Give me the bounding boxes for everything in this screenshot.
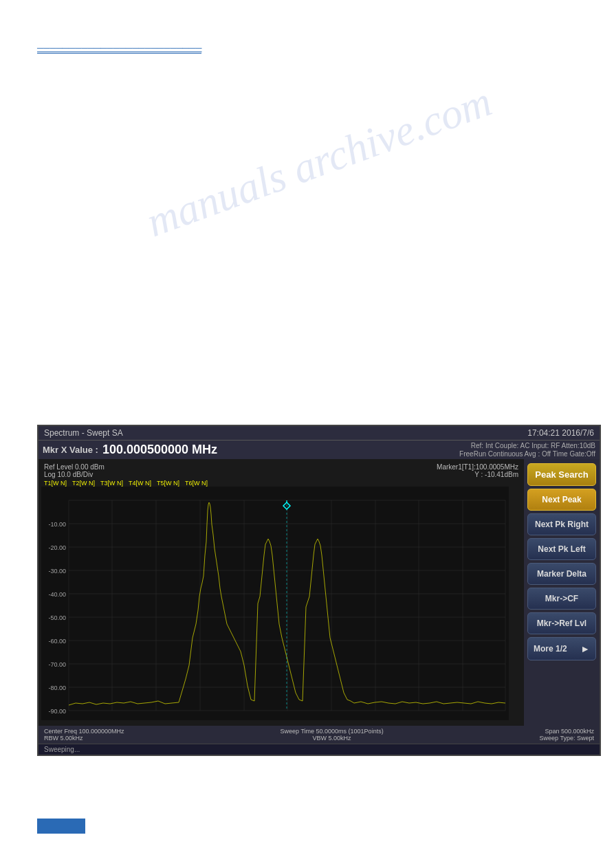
bottom-left-group: Center Freq 100.000000MHz RBW 5.00kHz — [44, 728, 124, 742]
params-top: Ref: Int Couple: AC Input: RF Atten:10dB — [471, 442, 595, 449]
ref-level: Ref Level 0.00 dBm — [44, 463, 105, 471]
log-scale: Log 10.0 dB/Div — [44, 471, 105, 478]
svg-text:-80.00: -80.00 — [48, 685, 66, 691]
trace-t3: T3[W N] — [100, 480, 123, 487]
status-bar: Sweeping... — [39, 744, 600, 755]
chart-info-top: Ref Level 0.00 dBm Log 10.0 dB/Div Marke… — [39, 462, 524, 480]
header-row: Mkr X Value : 100.000500000 MHz Ref: Int… — [39, 440, 600, 459]
next-pk-right-button[interactable]: Next Pk Right — [527, 513, 596, 535]
svg-text:-20.00: -20.00 — [48, 544, 66, 551]
params-bottom: FreeRun Continuous Avg : Off Time Gate:O… — [459, 450, 595, 458]
svg-text:-10.00: -10.00 — [48, 521, 66, 528]
chart-area: Ref Level 0.00 dBm Log 10.0 dB/Div Marke… — [39, 459, 524, 726]
marker-readout: Marker1[T1]:100.0005MHz Y : -10.41dBm — [437, 463, 518, 478]
blue-box — [37, 819, 85, 834]
more-label: More 1/2 — [534, 644, 567, 654]
trace-t2: T2[W N] — [72, 480, 95, 487]
instrument-title: Spectrum - Swept SA — [44, 428, 123, 438]
marker-label: Mkr X Value : — [43, 445, 98, 455]
bottom-center-group: Sweep Time 50.0000ms (1001Points) VBW 5.… — [281, 728, 384, 742]
page-link[interactable]: ────────────────────────── — [37, 43, 201, 54]
sidebar: Peak Search Next Peak Next Pk Right Next… — [524, 459, 600, 726]
svg-text:-40.00: -40.00 — [48, 591, 66, 598]
svg-text:-50.00: -50.00 — [48, 614, 66, 621]
next-pk-left-button[interactable]: Next Pk Left — [527, 538, 596, 560]
bottom-span: Span 500.000kHz — [540, 728, 594, 735]
bottom-rbw: RBW 5.00kHz — [44, 735, 124, 742]
marker-value: 100.000500000 MHz — [102, 443, 459, 457]
title-bar: Spectrum - Swept SA 17:04:21 2016/7/6 — [39, 426, 600, 440]
mkr-cf-button[interactable]: Mkr->CF — [527, 588, 596, 610]
bottom-right-group: Span 500.000kHz Sweep Type: Swept — [540, 728, 594, 742]
trace-t5: T5[W N] — [157, 480, 179, 487]
next-peak-button[interactable]: Next Peak — [527, 489, 596, 511]
marker-info: Marker1[T1]:100.0005MHz — [437, 463, 518, 471]
chart-left-info: Ref Level 0.00 dBm Log 10.0 dB/Div — [44, 463, 105, 478]
svg-text:-90.00: -90.00 — [48, 708, 66, 715]
watermark: manuals archive.com — [140, 77, 498, 247]
spectrum-chart: -10.00 -20.00 -30.00 -40.00 -50.00 -60.0… — [41, 487, 509, 720]
header-params: Ref: Int Couple: AC Input: RF Atten:10dB… — [459, 442, 595, 458]
more-button[interactable]: More 1/2 ► — [527, 637, 596, 660]
bottom-sweep-type: Sweep Type: Swept — [540, 735, 594, 742]
trace-labels: T1[W N] T2[W N] T3[W N] T4[W N] T5[W N] … — [39, 480, 524, 487]
chart-svg-wrapper: -10.00 -20.00 -30.00 -40.00 -50.00 -60.0… — [39, 487, 524, 723]
trace-t6: T6[W N] — [185, 480, 208, 487]
mkr-ref-lvl-button[interactable]: Mkr->Ref Lvl — [527, 612, 596, 634]
bottom-info-bar: Center Freq 100.000000MHz RBW 5.00kHz Sw… — [39, 726, 600, 744]
bottom-sweep-time: Sweep Time 50.0000ms (1001Points) — [281, 728, 384, 735]
peak-search-button[interactable]: Peak Search — [527, 463, 596, 486]
trace-t4: T4[W N] — [129, 480, 151, 487]
trace-t1: T1[W N] — [44, 480, 67, 487]
instrument-panel: Spectrum - Swept SA 17:04:21 2016/7/6 Mk… — [37, 425, 601, 756]
svg-text:-60.00: -60.00 — [48, 638, 66, 645]
svg-rect-0 — [41, 487, 509, 720]
marker-delta-button[interactable]: Marker Delta — [527, 563, 596, 585]
instrument-datetime: 17:04:21 2016/7/6 — [527, 428, 594, 438]
marker-y: Y : -10.41dBm — [474, 471, 518, 478]
main-area: Ref Level 0.00 dBm Log 10.0 dB/Div Marke… — [39, 459, 600, 726]
svg-text:-70.00: -70.00 — [48, 661, 66, 668]
svg-text:-30.00: -30.00 — [48, 568, 66, 575]
status-text: Sweeping... — [44, 746, 80, 753]
more-arrow-icon: ► — [580, 643, 590, 654]
bottom-center-freq: Center Freq 100.000000MHz — [44, 728, 124, 735]
bottom-vbw: VBW 5.00kHz — [281, 735, 384, 742]
